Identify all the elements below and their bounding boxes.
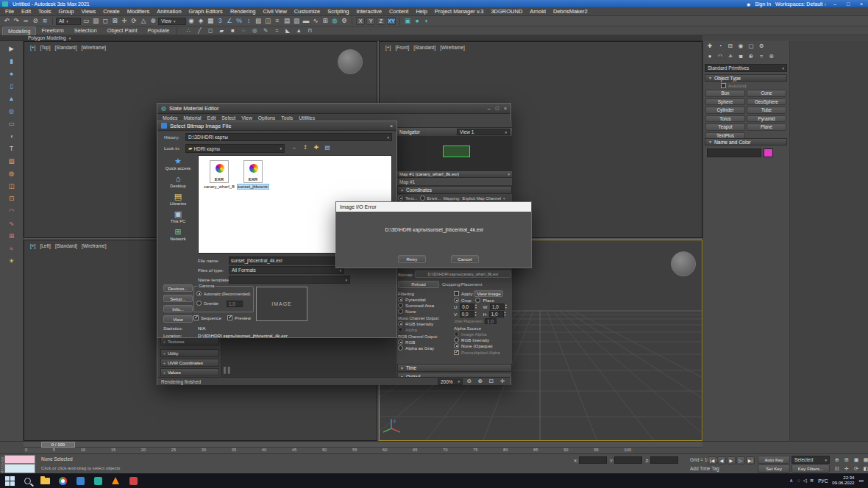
create-cylinder-icon[interactable]: ▯: [7, 81, 16, 91]
left-viewport-menu-icon[interactable]: [+]: [30, 243, 35, 248]
left-shading-mode[interactable]: [Wireframe]: [82, 243, 107, 248]
edge-mode-icon[interactable]: ╱: [195, 27, 204, 35]
language-indicator[interactable]: РУС: [818, 478, 828, 484]
apply-checkbox[interactable]: Apply: [454, 291, 472, 296]
alpha-source-rgb-intensity-radio[interactable]: RGB Intensity: [454, 337, 511, 342]
object-name-field[interactable]: [707, 148, 761, 157]
light-icon[interactable]: ☀: [7, 256, 16, 266]
browser-rollout-textures[interactable]: +Textures: [160, 337, 219, 345]
info-button[interactable]: Info...: [163, 305, 193, 312]
zoom-extents-all-icon[interactable]: ▦: [861, 456, 868, 463]
view-button[interactable]: View: [163, 315, 193, 323]
unlink-icon[interactable]: ⊘: [31, 17, 40, 26]
align-icon[interactable]: ≡: [273, 17, 282, 26]
me-menu-tools[interactable]: Tools: [278, 115, 296, 121]
menu-customize[interactable]: Customize: [291, 8, 324, 15]
top-shading-mode[interactable]: [Wireframe]: [82, 45, 107, 50]
selection-set-select[interactable]: Selected▾: [791, 456, 830, 464]
top-viewport-name[interactable]: [Top]: [40, 45, 50, 50]
minimize-button[interactable]: –: [830, 1, 839, 7]
file-explorer-icon[interactable]: [37, 474, 53, 487]
retry-button[interactable]: Retry: [398, 255, 426, 263]
spinner-snap-icon[interactable]: ↕: [244, 17, 253, 26]
app-logo-icon[interactable]: [2, 1, 8, 7]
redo-icon[interactable]: ↷: [12, 17, 21, 26]
select-and-move-icon[interactable]: ✛: [120, 17, 129, 26]
previous-frame-icon[interactable]: ◀: [717, 456, 726, 464]
bitmap-path-button[interactable]: D:\3D\HDRI карты\canary_wharf_8k.exr: [415, 270, 511, 278]
ribbon-tab-object-paint[interactable]: Object Paint: [102, 26, 143, 35]
bridge-tool-icon[interactable]: ⊓: [305, 27, 314, 35]
keyboard-override-icon[interactable]: ▦: [206, 17, 215, 26]
sign-in-button[interactable]: Sign In: [755, 1, 771, 7]
navigator-view-select[interactable]: View 1▾: [457, 129, 510, 135]
reload-button[interactable]: Reload: [398, 281, 439, 288]
coord-field-x[interactable]: [579, 456, 607, 464]
map-sub-row[interactable]: Map #1: [396, 178, 512, 186]
sidebar-item-desktop[interactable]: ⌂Desktop: [160, 174, 196, 188]
crop-radio[interactable]: Crop: [454, 298, 471, 303]
reference-coordinate-select[interactable]: View▾: [158, 18, 186, 25]
coordinates-rollout[interactable]: ▼Coordinates: [397, 186, 512, 194]
zoom-in-icon[interactable]: ⊕: [476, 378, 485, 385]
menu-graph-editors[interactable]: Graph Editors: [185, 8, 227, 15]
create-tube-button[interactable]: Tube: [747, 107, 786, 114]
spinner-arrows-icon[interactable]: ▲▼: [505, 304, 509, 310]
texture-radio[interactable]: Text...: [398, 195, 418, 201]
top-shading-quality[interactable]: [Standard]: [55, 45, 77, 50]
spinner-arrows-icon[interactable]: ▲▼: [474, 304, 479, 310]
mono-output-rgb-intensity-radio[interactable]: RGB Intensity: [398, 321, 454, 326]
search-icon[interactable]: [19, 474, 35, 487]
object-type-rollout[interactable]: ▼Object Type: [705, 74, 787, 82]
select-and-scale-icon[interactable]: △: [139, 17, 148, 26]
macro-recorder-pane[interactable]: [4, 455, 35, 464]
time-slider-track[interactable]: 0 / 100: [24, 442, 702, 448]
setup-button[interactable]: Setup...: [163, 295, 193, 302]
browser-rollout-uvw-coordinates[interactable]: +UVW Coordinates: [160, 359, 219, 367]
undo-icon[interactable]: ↶: [2, 17, 11, 26]
look-in-select[interactable]: ▰HDRI карты▾: [185, 144, 285, 153]
next-frame-icon[interactable]: ▷: [736, 456, 745, 464]
create-teapot-button[interactable]: Teapot: [705, 123, 745, 131]
go-to-end-icon[interactable]: ▶|: [746, 456, 755, 464]
ribbon-tab-populate[interactable]: Populate: [143, 26, 175, 35]
zoom-extents-icon[interactable]: ▣: [852, 456, 861, 463]
gamma-automatic-radio[interactable]: Automatic (Recommended): [196, 291, 250, 296]
turbosmooth-icon[interactable]: ◍: [7, 168, 16, 179]
extrude-tool-icon[interactable]: ▲: [294, 27, 303, 35]
key-filters-button[interactable]: Key Filters...: [791, 464, 830, 473]
helpers-category-icon[interactable]: ⊕: [747, 53, 755, 60]
menu-animation[interactable]: Animation: [153, 8, 185, 15]
gamma-value-field[interactable]: 1,0: [227, 301, 243, 307]
node-view-scroll-marks[interactable]: ▌▌: [224, 367, 232, 373]
premultiplied-alpha-checkbox[interactable]: Premultiplied Alpha: [454, 350, 511, 355]
gamma-override-radio[interactable]: Override: [196, 301, 218, 306]
crop-spinner-value-u[interactable]: 0,0: [460, 304, 474, 310]
time-slider-handle[interactable]: 0 / 100: [41, 442, 75, 448]
me-menu-view[interactable]: View: [238, 115, 255, 121]
edit-poly-icon[interactable]: ▧: [7, 156, 16, 166]
browser-rollout-utility[interactable]: +Utility: [160, 349, 219, 357]
create-box-icon[interactable]: ▮: [7, 56, 16, 66]
maximize-button[interactable]: □: [844, 1, 853, 7]
axis-constraint-z[interactable]: Z: [377, 17, 385, 25]
shell-icon[interactable]: ⊡: [7, 193, 16, 204]
crop-spinner-control-v[interactable]: 0,0▲▼: [460, 311, 479, 317]
menu-scripting[interactable]: Scripting: [324, 8, 352, 15]
crop-spinner-value-h[interactable]: 1,0: [489, 311, 504, 317]
alpha-source-none-opaque-radio[interactable]: None (Opaque): [454, 343, 511, 348]
menu-project-manager-v-3[interactable]: Project Manager v.3: [431, 8, 488, 15]
use-nurms-icon[interactable]: ◌: [239, 27, 248, 35]
me-menu-material[interactable]: Material: [180, 115, 204, 121]
create-teapot-icon[interactable]: ◖: [7, 131, 16, 141]
go-to-start-icon[interactable]: |◀: [708, 456, 716, 464]
alpha-source-image-alpha-radio[interactable]: Image Alpha: [454, 331, 511, 337]
navigator-panel-header[interactable]: Navigator View 1▾: [396, 127, 512, 137]
crop-spinner-control-u[interactable]: 0,0▲▼: [460, 304, 479, 310]
create-box-button[interactable]: Box: [705, 90, 745, 97]
select-tool-icon[interactable]: ▶: [7, 43, 16, 54]
environ-radio[interactable]: Envir...: [420, 195, 441, 201]
edit-named-selection-icon[interactable]: ▧: [254, 17, 263, 26]
menu-file[interactable]: File: [1, 8, 18, 15]
filtering-pyramidal-radio[interactable]: Pyramidal: [398, 297, 454, 302]
